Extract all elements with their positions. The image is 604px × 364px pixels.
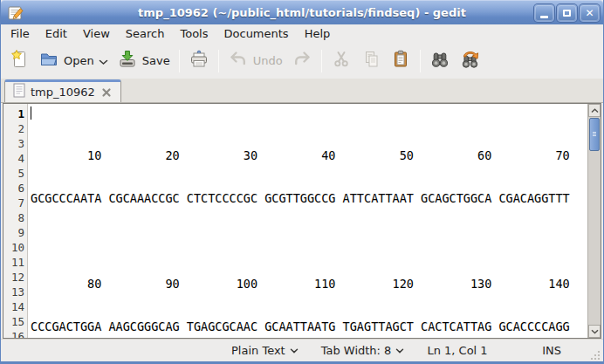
- menu-file[interactable]: File: [3, 25, 38, 42]
- resize-grip[interactable]: [589, 349, 601, 361]
- menu-tools[interactable]: Tools: [172, 25, 216, 42]
- text-content[interactable]: 10 20 30 40 50 60 70 GCGCCCAATA CGCAAACC…: [28, 104, 587, 338]
- open-folder-icon: [38, 49, 59, 73]
- scrollbar-track[interactable]: [588, 117, 601, 325]
- vertical-scrollbar[interactable]: [587, 104, 601, 338]
- undo-icon: [228, 49, 249, 73]
- editor-area: 1 2 3 4 5 6 7 8 9 10 11 12 13 14 15 16: [1, 103, 603, 339]
- tab-tmp-10962[interactable]: tmp_10962: [4, 79, 121, 102]
- text-region: 1 2 3 4 5 6 7 8 9 10 11 12 13 14 15 16: [3, 104, 587, 338]
- menu-documents[interactable]: Documents: [216, 25, 297, 42]
- cursor-position: Ln 1, Col 1: [422, 342, 492, 359]
- line-number: 3: [3, 136, 24, 151]
- editor-line: [31, 234, 587, 249]
- cut-button[interactable]: [326, 45, 356, 77]
- line-number: 16: [3, 329, 24, 338]
- copy-icon: [360, 49, 381, 73]
- open-button-label: Open: [64, 54, 94, 67]
- line-number: 13: [3, 285, 24, 299]
- find-button[interactable]: [425, 45, 455, 77]
- toolbar-separator: [321, 50, 322, 72]
- minimize-button[interactable]: [534, 4, 554, 22]
- save-button[interactable]: Save: [113, 45, 175, 77]
- toolbar-separator: [218, 50, 219, 72]
- menu-search[interactable]: Search: [118, 25, 173, 42]
- window-title: tmp_10962 (~/public_html/tutorials/finds…: [1, 6, 603, 19]
- line-number: 12: [3, 270, 24, 285]
- document-icon: [13, 83, 25, 101]
- tab-width-label: Tab Width: 8: [321, 344, 392, 357]
- editor-line: 80 90 100 110 120 130 140: [31, 277, 587, 292]
- editor-frame: 1 2 3 4 5 6 7 8 9 10 11 12 13 14 15 16: [3, 103, 601, 339]
- editor-line: CCCGACTGGA AAGCGGGCAG TGAGCGCAAC GCAATTA…: [31, 319, 587, 334]
- menu-bar: File Edit View Search Tools Documents He…: [1, 24, 603, 43]
- new-document-button[interactable]: [4, 45, 34, 77]
- scroll-up-button[interactable]: [588, 104, 601, 117]
- line-number: 4: [3, 151, 24, 166]
- gedit-window: tmp_10962 (~/public_html/tutorials/finds…: [0, 0, 604, 364]
- close-icon: [101, 87, 112, 98]
- scrollbar-thumb[interactable]: [589, 118, 600, 151]
- chevron-down-icon: [395, 348, 404, 354]
- paste-button[interactable]: [386, 45, 415, 77]
- editor-line: GCGCCCAATA CGCAAACCGC CTCTCCCCGC GCGTTGG…: [31, 191, 587, 206]
- chevron-down-icon: [290, 348, 299, 354]
- find-icon: [429, 49, 450, 73]
- maximize-button[interactable]: [557, 4, 577, 22]
- cut-icon: [331, 49, 352, 73]
- status-bar: Plain Text Tab Width: 8 Ln 1, Col 1 INS: [1, 339, 603, 361]
- tab-label: tmp_10962: [31, 86, 95, 99]
- menu-edit[interactable]: Edit: [38, 25, 75, 42]
- toolbar-separator: [420, 50, 421, 72]
- print-button[interactable]: [184, 45, 214, 77]
- menu-view[interactable]: View: [75, 25, 118, 42]
- line-number: 8: [3, 210, 24, 225]
- title-bar[interactable]: tmp_10962 (~/public_html/tutorials/finds…: [1, 0, 603, 24]
- line-number: 1: [3, 106, 24, 121]
- find-replace-icon: [459, 49, 482, 73]
- line-number: 15: [3, 314, 24, 329]
- save-icon: [117, 49, 138, 73]
- open-button[interactable]: Open: [34, 45, 113, 77]
- line-number: 2: [3, 121, 24, 136]
- overwrite-mode-indicator: INS: [537, 342, 566, 359]
- chevron-down-icon[interactable]: [99, 52, 108, 69]
- line-number: 11: [3, 255, 24, 270]
- tab-bar: tmp_10962: [1, 79, 603, 103]
- scroll-down-button[interactable]: [588, 325, 601, 338]
- line-number: 10: [3, 240, 24, 255]
- language-label: Plain Text: [231, 344, 285, 357]
- line-number: 5: [3, 166, 24, 181]
- print-icon: [189, 49, 209, 73]
- menu-help[interactable]: Help: [297, 25, 339, 42]
- line-number: 14: [3, 299, 24, 314]
- find-replace-button[interactable]: [455, 45, 486, 77]
- line-number-gutter: 1 2 3 4 5 6 7 8 9 10 11 12 13 14 15 16: [3, 104, 28, 338]
- tab-close-button[interactable]: [100, 86, 113, 99]
- save-button-label: Save: [142, 54, 170, 67]
- maximize-icon: [563, 10, 571, 17]
- language-selector[interactable]: Plain Text: [226, 342, 304, 359]
- toolbar: Open Save: [1, 43, 603, 79]
- close-icon: ✕: [585, 8, 594, 18]
- chevron-down-icon: [591, 329, 599, 334]
- line-number: 9: [3, 225, 24, 240]
- chevron-up-icon: [591, 108, 599, 113]
- toolbar-separator: [179, 50, 180, 72]
- redo-button[interactable]: [287, 45, 317, 77]
- line-number: 7: [3, 196, 24, 210]
- paste-icon: [390, 49, 411, 73]
- tab-width-selector[interactable]: Tab Width: 8: [316, 342, 410, 359]
- window-controls: ✕: [534, 4, 600, 22]
- copy-button[interactable]: [356, 45, 386, 77]
- undo-button-label: Undo: [253, 54, 283, 67]
- undo-button[interactable]: Undo: [223, 45, 287, 77]
- gedit-app-icon: [8, 4, 25, 22]
- editor-line: 10 20 30 40 50 60 70: [31, 148, 587, 163]
- redo-icon: [292, 49, 312, 73]
- text-cursor: [31, 106, 31, 120]
- new-document-icon: [9, 49, 30, 73]
- minimize-icon: [540, 16, 548, 18]
- close-button[interactable]: ✕: [580, 4, 600, 22]
- line-number: 6: [3, 181, 24, 196]
